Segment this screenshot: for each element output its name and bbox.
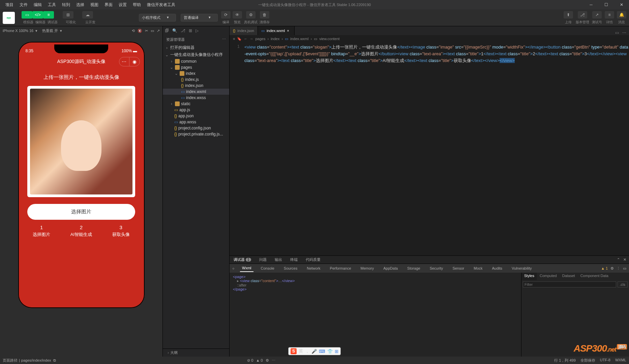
sb-encoding[interactable]: UTF-8 (600, 358, 610, 363)
explorer-more-icon[interactable]: ⋯ (222, 37, 226, 42)
sb-warnings[interactable]: ▲ 0 (256, 358, 263, 363)
explorer-files-icon[interactable]: 🗐 (165, 28, 169, 33)
tab-index-json[interactable]: {}index.json (230, 26, 258, 35)
cut-icon[interactable]: ✂ (145, 29, 148, 33)
outline-section[interactable]: ›大纲 (163, 348, 229, 357)
file-index-js[interactable]: {}index.js (163, 77, 229, 83)
file-index-json[interactable]: {}index.json (163, 83, 229, 89)
breadcrumb[interactable]: ≡🔖←→ pages › index › ▭ index.wxml › ▭ vi… (230, 35, 629, 42)
rotate-icon[interactable]: ⟲ (132, 29, 135, 33)
devtools-collapse-icon[interactable]: ⌃ (617, 257, 620, 262)
sb-more-icon[interactable]: ⋯ (272, 358, 275, 363)
styletab-styles[interactable]: Styles (521, 273, 537, 280)
version-button[interactable]: ⎇ (578, 11, 587, 19)
clear-button[interactable]: 🗑 (260, 11, 269, 19)
menu-project[interactable]: 项目 (3, 1, 16, 9)
explorer-git-icon[interactable]: ⎇ (181, 28, 185, 33)
preview-button[interactable]: 👁 (233, 11, 242, 19)
menu-help[interactable]: 帮助 (130, 1, 144, 9)
mute-icon[interactable]: 🔇 (138, 29, 142, 33)
screenshot-icon[interactable]: ▭ (151, 29, 154, 33)
ime-lang[interactable]: 英 (299, 348, 303, 354)
panel-sensor[interactable]: Sensor (450, 265, 466, 272)
devtools-gear-icon[interactable]: ⚙ (610, 266, 614, 271)
inspect-icon[interactable]: ⟐ (232, 266, 235, 270)
folder-static[interactable]: ›static (163, 101, 229, 107)
sb-errors[interactable]: ⊘ 0 (247, 358, 253, 363)
explorer-ext-icon[interactable]: ⊞ (189, 28, 192, 33)
menu-settings[interactable]: 设置 (116, 1, 129, 9)
sb-language[interactable]: WXML (615, 358, 626, 363)
choose-image-button[interactable]: 选择图片 (27, 204, 135, 220)
folder-pages[interactable]: ⌄pages (163, 64, 229, 70)
capsule-menu[interactable]: ⋯ (119, 57, 129, 66)
editor-more-icon[interactable]: ⋯ (622, 30, 626, 35)
file-app-json[interactable]: {}app.json (163, 113, 229, 119)
capsule-close[interactable]: ◉ (129, 57, 140, 66)
menu-view[interactable]: 视图 (88, 1, 101, 9)
file-project-config[interactable]: {}project.config.json (163, 125, 229, 131)
panel-performance[interactable]: Performance (328, 265, 353, 272)
tab-index-wxml[interactable]: ▭index.wxml× (258, 26, 295, 35)
styletab-computed[interactable]: Computed (537, 273, 560, 280)
sb-page-path[interactable]: pages/index/index (21, 358, 51, 362)
simulator-toggle[interactable]: ▭ (22, 11, 32, 19)
menu-select[interactable]: 选择 (73, 1, 87, 9)
visual-toggle[interactable]: ⊞ (63, 11, 73, 19)
devtab-quality[interactable]: 代码质量 (304, 257, 322, 262)
ime-bar[interactable]: S 英 ，🎤⌨👕⊞ (288, 347, 341, 355)
file-app-js[interactable]: ▭app.js (163, 107, 229, 113)
upload-button[interactable]: ⬆ (564, 11, 573, 19)
panel-security[interactable]: Security (428, 265, 445, 272)
styles-filter-input[interactable] (523, 281, 616, 287)
app-logo[interactable]: app (3, 12, 15, 24)
styletab-componentdata[interactable]: Component Data (578, 273, 611, 280)
explorer-search-icon[interactable]: 🔍 (172, 28, 177, 33)
close-button[interactable]: ✕ (614, 0, 629, 9)
cls-toggle[interactable]: .cls (618, 281, 628, 287)
close-tab-icon[interactable]: × (287, 29, 291, 33)
message-button[interactable]: 🔔 (617, 11, 626, 19)
sb-gear-icon[interactable]: ⚙ (266, 358, 269, 363)
file-project-private[interactable]: {}project.private.config.js... (163, 131, 229, 137)
testid-button[interactable]: ↗ (592, 11, 602, 19)
open-editors-section[interactable]: ›打开的编辑器 (163, 44, 229, 51)
warning-count[interactable]: 1 (606, 266, 608, 270)
panel-audits[interactable]: Audits (490, 265, 505, 272)
menu-ui[interactable]: 界面 (102, 1, 115, 9)
menu-wechat[interactable]: 微信开发者工具 (144, 1, 178, 9)
compile-button[interactable]: ⟳ (221, 11, 231, 19)
minimize-button[interactable]: ─ (583, 0, 599, 9)
mode-select[interactable]: 小程序模式 ▾ (139, 14, 176, 22)
panel-sources[interactable]: Sources (282, 265, 299, 272)
devtools-more-icon[interactable]: ⋮ (617, 266, 620, 271)
menu-tools[interactable]: 工具 (45, 1, 59, 9)
devtools-close-icon[interactable]: ✕ (623, 257, 626, 262)
panel-storage[interactable]: Storage (405, 265, 422, 272)
device-select[interactable]: iPhone X 100% 16 (3, 29, 33, 33)
folder-index[interactable]: ⌄index (163, 70, 229, 77)
devtools-dock-icon[interactable]: ▭ (623, 266, 626, 271)
cloud-toggle[interactable]: ☁ (82, 11, 93, 19)
file-index-wxml[interactable]: ▭index.wxml (163, 89, 229, 95)
devtab-terminal[interactable]: 终端 (289, 257, 299, 262)
devtab-issues[interactable]: 问题 (258, 257, 268, 262)
sb-save-all[interactable]: 全部保存 (580, 358, 595, 363)
menu-goto[interactable]: 转到 (59, 1, 73, 9)
popout-icon[interactable]: ↗ (157, 29, 160, 33)
menu-file[interactable]: 文件 (17, 1, 30, 9)
code-content[interactable]: <view class="content"><text class="sloga… (243, 42, 629, 255)
devtab-output[interactable]: 输出 (273, 257, 283, 262)
panel-memory[interactable]: Memory (359, 265, 376, 272)
editor-toggle[interactable]: </> (32, 11, 43, 19)
menu-edit[interactable]: 编辑 (31, 1, 44, 9)
file-index-wxss[interactable]: ▭index.wxss (163, 95, 229, 101)
panel-vulnerability[interactable]: Vulnerability (510, 265, 534, 272)
maximize-button[interactable]: ☐ (599, 0, 614, 9)
panel-mock[interactable]: Mock (472, 265, 484, 272)
realdevice-button[interactable]: ⚙ (246, 11, 256, 19)
detail-button[interactable]: ≡ (605, 11, 614, 19)
styletab-dataset[interactable]: Dataset (560, 273, 578, 280)
panel-wxml[interactable]: Wxml (240, 265, 253, 272)
devtab-debugger[interactable]: 调试器 1 (232, 257, 252, 262)
